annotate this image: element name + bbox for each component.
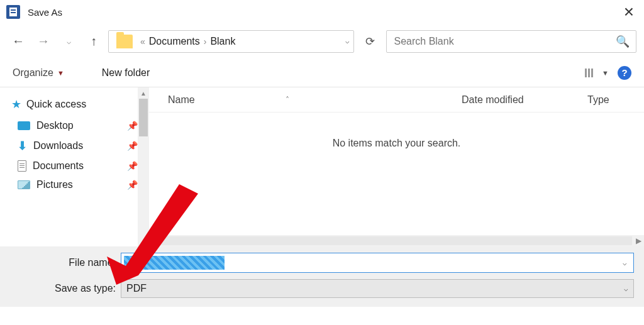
- explorer-main: ★ Quick access Desktop 📌 ⬇ Downloads 📌 D…: [0, 87, 644, 246]
- sidebar-item-downloads[interactable]: ⬇ Downloads 📌: [0, 135, 149, 157]
- sidebar-item-pictures[interactable]: Pictures 📌: [0, 175, 149, 194]
- sidebar-item-label: Documents: [33, 160, 84, 172]
- scroll-track[interactable]: [161, 236, 632, 245]
- quick-access-header[interactable]: ★ Quick access: [0, 94, 149, 116]
- title-bar: Save As ×: [0, 0, 644, 24]
- breadcrumb-blank[interactable]: Blank: [210, 36, 235, 47]
- word-app-icon: [6, 5, 20, 19]
- desktop-icon: [18, 121, 30, 130]
- toolbar: Organize ▼ New folder ▼ ?: [0, 58, 644, 87]
- view-options-button[interactable]: [585, 69, 593, 77]
- save-as-type-label: Save as type:: [10, 283, 121, 294]
- caret-down-icon: ▼: [57, 69, 64, 77]
- breadcrumb-ellipsis: «: [140, 36, 145, 47]
- pin-icon: 📌: [127, 180, 138, 190]
- pictures-icon: [18, 180, 30, 189]
- nav-bar: ← → ⌵ ↑ « Documents › Blank ⌵ ⟳ 🔍: [0, 24, 644, 58]
- breadcrumb-documents[interactable]: Documents: [149, 36, 200, 47]
- new-folder-button[interactable]: New folder: [102, 67, 150, 79]
- scroll-right-icon[interactable]: ▶: [633, 236, 644, 245]
- history-dropdown[interactable]: ⌵: [58, 31, 79, 52]
- file-name-dropdown[interactable]: ⌵: [619, 259, 631, 267]
- chevron-right-icon: ›: [204, 36, 207, 47]
- sort-caret-icon: ˄: [286, 96, 289, 104]
- star-icon: ★: [11, 97, 21, 111]
- quick-access-label: Quick access: [26, 99, 86, 110]
- pin-icon: 📌: [127, 121, 138, 131]
- scroll-up-icon[interactable]: ▲: [138, 87, 149, 99]
- file-list-pane: Name ˄ Date modified Type No items match…: [149, 87, 644, 246]
- column-type[interactable]: Type: [587, 94, 644, 106]
- nav-sidebar: ★ Quick access Desktop 📌 ⬇ Downloads 📌 D…: [0, 87, 149, 246]
- view-caret-icon[interactable]: ▼: [602, 69, 609, 77]
- address-dropdown[interactable]: ⌵: [345, 37, 350, 45]
- pin-icon: 📌: [127, 141, 138, 151]
- sidebar-item-documents[interactable]: Documents 📌: [0, 157, 149, 175]
- scroll-thumb[interactable]: [139, 99, 148, 136]
- file-name-field[interactable]: ⌵: [121, 253, 634, 273]
- search-field[interactable]: 🔍: [386, 30, 637, 53]
- horizontal-scrollbar[interactable]: ◀ ▶: [149, 235, 644, 246]
- save-fields: File name: ⌵ Save as type: PDF ⌵: [0, 246, 644, 307]
- address-bar[interactable]: « Documents › Blank ⌵: [108, 30, 354, 53]
- back-button[interactable]: ←: [8, 31, 29, 52]
- save-as-type-dropdown[interactable]: ⌵: [624, 285, 628, 293]
- organize-label: Organize: [13, 67, 53, 79]
- column-name[interactable]: Name ˄: [149, 94, 462, 106]
- file-name-value-redacted: [124, 256, 225, 270]
- up-button[interactable]: ↑: [83, 31, 104, 52]
- search-input[interactable]: [393, 35, 616, 48]
- refresh-button[interactable]: ⟳: [365, 35, 375, 48]
- file-name-label: File name:: [10, 257, 121, 268]
- sidebar-scrollbar[interactable]: ▲: [138, 87, 149, 246]
- save-as-type-field[interactable]: PDF ⌵: [121, 279, 634, 298]
- column-name-label: Name: [168, 94, 195, 106]
- help-button[interactable]: ?: [618, 66, 631, 80]
- empty-message: No items match your search.: [149, 113, 644, 235]
- window-title: Save As: [28, 7, 620, 18]
- sidebar-item-label: Desktop: [36, 120, 74, 131]
- column-date[interactable]: Date modified: [462, 94, 587, 106]
- close-button[interactable]: ×: [620, 2, 638, 22]
- organize-dropdown[interactable]: Organize ▼: [13, 67, 64, 79]
- document-icon: [18, 160, 26, 172]
- search-icon[interactable]: 🔍: [616, 35, 630, 48]
- sidebar-item-label: Pictures: [36, 179, 73, 190]
- column-headers: Name ˄ Date modified Type: [149, 87, 644, 113]
- save-as-type-value: PDF: [126, 283, 147, 294]
- scroll-left-icon[interactable]: ◀: [149, 236, 160, 245]
- sidebar-item-desktop[interactable]: Desktop 📌: [0, 116, 149, 135]
- forward-button[interactable]: →: [33, 31, 54, 52]
- folder-icon: [116, 35, 133, 48]
- download-icon: ⬇: [18, 139, 27, 153]
- pin-icon: 📌: [127, 161, 138, 171]
- sidebar-item-label: Downloads: [33, 140, 83, 151]
